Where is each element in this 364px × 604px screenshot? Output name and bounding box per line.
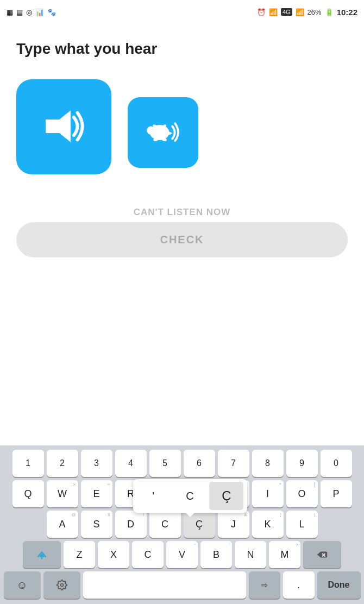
- backspace-key[interactable]: [303, 541, 341, 568]
- play-slow-audio-button[interactable]: [128, 97, 198, 168]
- keyboard-row-2: A@ S$ D! ' C Ç C Ç J& K( L): [2, 511, 362, 538]
- done-key[interactable]: Done: [317, 571, 361, 599]
- svg-point-2: [147, 126, 155, 134]
- popup-key-apostrophe[interactable]: ': [136, 482, 171, 510]
- signal2-icon: ▤: [16, 8, 23, 16]
- sim-icon: ▦: [7, 8, 13, 16]
- status-bar: ▦ ▤ ◎ 📊 🐾 ⏰ 📶 4G 📶 26% 🔋 10:22: [0, 0, 364, 24]
- key-popup-area: ' C Ç C: [149, 511, 181, 538]
- key-b[interactable]: B': [200, 541, 232, 568]
- key-d[interactable]: D!: [115, 511, 147, 538]
- popup-key-ccedilla[interactable]: Ç: [209, 482, 243, 510]
- signal-bars-icon: 📶: [296, 8, 304, 16]
- key-z[interactable]: Z: [64, 541, 95, 568]
- cant-listen-text[interactable]: CAN'T LISTEN NOW: [16, 207, 348, 218]
- svg-point-7: [166, 132, 172, 135]
- key-w[interactable]: W×: [47, 480, 78, 507]
- period-key[interactable]: .: [283, 571, 315, 599]
- key-n[interactable]: N: [235, 541, 266, 568]
- svg-point-11: [60, 584, 63, 587]
- emoji-key[interactable]: ☺: [4, 571, 41, 599]
- popup-key-c[interactable]: C: [173, 482, 207, 510]
- check-button-label: CHECK: [160, 234, 204, 246]
- key-i[interactable]: I*: [252, 480, 284, 507]
- keyboard: 1 2 3 4 5 6 7 8 9 0 Q W× E÷ R= T% Y/ U' …: [0, 445, 364, 604]
- key-o[interactable]: O[: [286, 480, 318, 507]
- key-3[interactable]: 3: [81, 450, 112, 477]
- settings-key[interactable]: [43, 571, 80, 599]
- key-k[interactable]: K(: [252, 511, 284, 538]
- battery-icon: 🔋: [325, 8, 334, 16]
- key-a[interactable]: A@: [47, 511, 78, 538]
- key-1[interactable]: 1: [12, 450, 44, 477]
- keyboard-row-4: ☺ ⇨ . Done: [2, 571, 362, 599]
- check-button[interactable]: CHECK: [16, 222, 348, 257]
- main-content: Type what you hear: [0, 24, 364, 257]
- key-4[interactable]: 4: [115, 450, 147, 477]
- battery-percent: 26%: [307, 8, 322, 16]
- key-x[interactable]: X: [98, 541, 129, 568]
- key-9[interactable]: 9: [286, 450, 318, 477]
- circle-icon: ◎: [26, 8, 32, 16]
- paw-icon: 🐾: [47, 8, 56, 16]
- audio-buttons-container: [16, 79, 348, 174]
- key-m[interactable]: M?: [269, 541, 300, 568]
- key-e[interactable]: E÷: [81, 480, 112, 507]
- special-char-popup: ' C Ç: [133, 479, 247, 513]
- clock: 10:22: [337, 8, 357, 17]
- wifi-icon: 📶: [269, 8, 278, 16]
- key-q[interactable]: Q: [12, 480, 44, 507]
- status-bar-left-icons: ▦ ▤ ◎ 📊 🐾: [7, 8, 56, 16]
- key-c2[interactable]: C: [132, 541, 164, 568]
- key-8[interactable]: 8: [252, 450, 284, 477]
- keyboard-row-3: Z X C V" B' N M?: [2, 541, 362, 568]
- network-4g-icon: 4G: [281, 8, 292, 16]
- key-s[interactable]: S$: [81, 511, 112, 538]
- alarm-icon: ⏰: [257, 8, 266, 16]
- key-l[interactable]: L): [286, 511, 318, 538]
- keyboard-row-numbers: 1 2 3 4 5 6 7 8 9 0: [2, 450, 362, 477]
- play-audio-button[interactable]: [16, 79, 111, 174]
- key-7[interactable]: 7: [218, 450, 249, 477]
- key-2[interactable]: 2: [47, 450, 78, 477]
- key-6[interactable]: 6: [184, 450, 215, 477]
- key-p[interactable]: P: [321, 480, 352, 507]
- page-title: Type what you hear: [16, 40, 348, 58]
- turtle-icon: [144, 115, 182, 149]
- key-v[interactable]: V": [166, 541, 198, 568]
- space-key[interactable]: [83, 571, 246, 599]
- arrow-key[interactable]: ⇨: [249, 571, 280, 599]
- svg-marker-0: [46, 110, 71, 142]
- key-j[interactable]: J&: [218, 511, 249, 538]
- shift-key[interactable]: [23, 541, 61, 568]
- key-5[interactable]: 5: [149, 450, 181, 477]
- status-bar-right: ⏰ 📶 4G 📶 26% 🔋 10:22: [257, 8, 357, 17]
- speaker-icon: [41, 106, 87, 148]
- chart-icon: 📊: [35, 8, 44, 16]
- key-0[interactable]: 0: [321, 450, 352, 477]
